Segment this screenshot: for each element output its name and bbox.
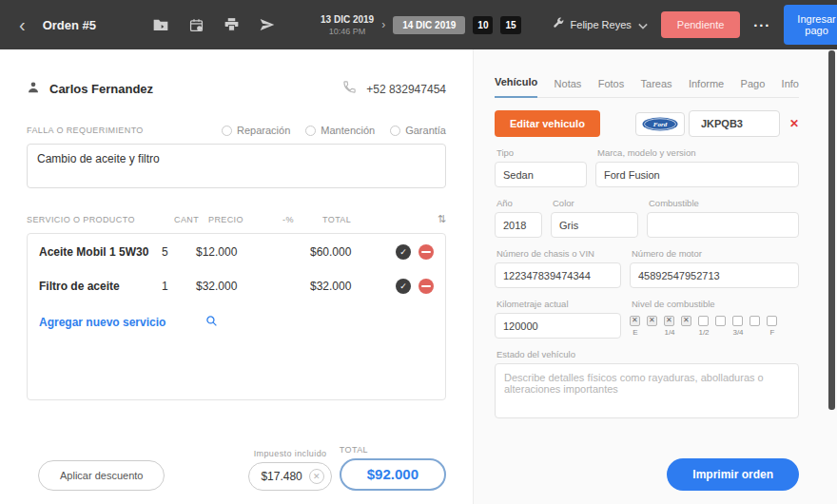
tab-pago[interactable]: Pago — [741, 78, 766, 98]
clear-tax-icon[interactable]: ✕ — [309, 469, 324, 484]
approve-icon[interactable]: ✓ — [396, 279, 411, 294]
vin-input[interactable] — [495, 262, 621, 288]
service-total: $32.000 — [310, 280, 384, 293]
tab-vehiculo[interactable]: Vehículo — [495, 76, 537, 98]
folder-icon[interactable] — [153, 18, 168, 31]
fuel-level-group: Nivel de combustible E 1/4 — [630, 288, 799, 339]
order-type-radios: Reparación Mantención Garantía — [222, 125, 446, 136]
fuel-checkbox[interactable] — [698, 316, 709, 326]
radio-reparacion[interactable]: Reparación — [222, 125, 290, 136]
tab-info[interactable]: Info — [782, 78, 799, 98]
fuel-level-label: Nivel de combustible — [632, 299, 799, 309]
color-input[interactable] — [551, 212, 638, 238]
edit-vehicle-button[interactable]: Editar vehiculo — [495, 110, 600, 137]
service-price[interactable]: $32.000 — [196, 280, 270, 293]
field-condition: Estado del vehículo — [495, 339, 799, 418]
assignee-selector[interactable]: Felipe Reyes — [552, 16, 648, 33]
tax-pill: $17.480 ✕ — [248, 462, 331, 491]
customer-name[interactable]: Carlos Fernandez — [49, 82, 153, 96]
calendar-icon[interactable] — [189, 18, 204, 32]
phone-number[interactable]: +52 832947454 — [366, 83, 446, 96]
brand-logo-box[interactable]: Ford — [635, 112, 685, 136]
minute-selector[interactable]: 15 — [500, 16, 520, 34]
fuel-level-checkboxes — [630, 316, 799, 326]
service-qty[interactable]: 1 — [162, 280, 196, 293]
mileage-label: Kilometraje actual — [496, 299, 621, 309]
customer-row: Carlos Fernandez +52 832947454 — [27, 80, 446, 98]
tab-notas[interactable]: Notas — [555, 78, 582, 98]
fuel-checkbox[interactable] — [664, 316, 674, 326]
radio-circle-icon — [390, 126, 400, 136]
date-range: 13 DIC 2019 10:46 PM › 14 DIC 2019 10 15 — [321, 14, 521, 36]
remove-icon[interactable] — [418, 279, 434, 294]
fuel-checkbox[interactable] — [715, 316, 726, 326]
approve-icon[interactable]: ✓ — [396, 244, 411, 260]
status-pendiente-button[interactable]: Pendiente — [661, 11, 741, 38]
main-area: Carlos Fernandez +52 832947454 FALLA O R… — [0, 49, 837, 504]
total-label: TOTAL — [340, 445, 446, 455]
vehicle-panel: Vehículo Notas Fotos Tareas Informe Pago… — [473, 49, 837, 504]
send-icon[interactable] — [260, 18, 275, 31]
year-label: Año — [496, 198, 542, 208]
start-date-label: 13 DIC 2019 — [321, 14, 374, 25]
fuel-checkbox[interactable] — [681, 316, 691, 326]
remove-vehicle-icon[interactable]: ✕ — [789, 117, 799, 130]
phone-icon — [342, 80, 357, 98]
fuel-type-input[interactable] — [647, 212, 799, 238]
vin-label: Número de chasis o VIN — [496, 248, 621, 259]
tax-value: $17.480 — [261, 470, 302, 483]
vehicle-actions: Editar vehiculo Ford JKPQB3 ✕ — [495, 110, 799, 137]
fuel-checkbox[interactable] — [767, 316, 777, 326]
service-row: Aceite Mobil 1 5W30 5 $12.000 $60.000 ✓ — [28, 234, 445, 268]
fuel-checkbox[interactable] — [647, 316, 657, 326]
engine-number-input[interactable] — [630, 262, 799, 288]
fault-description-input[interactable]: Cambio de aceite y filtro — [27, 144, 446, 188]
ingresar-pago-button[interactable]: Ingresar pago — [784, 5, 837, 45]
tax-block: Impuesto incluido $17.480 ✕ — [248, 449, 331, 491]
condition-input[interactable] — [495, 363, 799, 418]
svg-text:Ford: Ford — [653, 121, 668, 128]
panel-scrollbar[interactable] — [828, 50, 835, 410]
service-name[interactable]: Aceite Mobil 1 5W30 — [39, 245, 162, 259]
license-plate-field[interactable]: JKPQB3 — [689, 110, 780, 137]
service-row: Filtro de aceite 1 $32.000 $32.000 ✓ — [28, 268, 445, 302]
header-total: TOTAL — [322, 215, 397, 224]
fault-label: FALLA O REQUERIMIENTO — [27, 126, 144, 135]
radio-circle-icon — [305, 126, 316, 136]
model-label: Marca, modelo y version — [597, 147, 799, 158]
remove-icon[interactable] — [418, 244, 434, 260]
ford-logo: Ford — [642, 117, 678, 131]
type-input[interactable] — [495, 162, 587, 187]
hour-selector[interactable]: 10 — [473, 16, 493, 34]
fuel-checkbox[interactable] — [732, 316, 743, 326]
year-input[interactable] — [495, 212, 542, 238]
field-row-vin-engine: Número de chasis o VIN Número de motor — [495, 238, 799, 288]
fuel-checkbox[interactable] — [630, 316, 640, 326]
tab-tareas[interactable]: Tareas — [641, 78, 672, 98]
printer-icon[interactable] — [224, 18, 239, 31]
back-icon[interactable]: ‹ — [15, 15, 29, 34]
mileage-input[interactable] — [495, 313, 621, 339]
topbar-actions — [153, 18, 275, 32]
tab-informe[interactable]: Informe — [689, 78, 724, 98]
service-price[interactable]: $12.000 — [196, 245, 270, 259]
add-service-link[interactable]: Agregar nuevo servicio — [39, 316, 165, 329]
add-service-row: Agregar nuevo servicio — [28, 302, 445, 342]
total-block: TOTAL $92.000 — [340, 445, 446, 491]
customer-phone: +52 832947454 — [342, 80, 446, 98]
fuel-checkbox[interactable] — [749, 316, 760, 326]
more-options-icon[interactable]: ··· — [753, 17, 770, 33]
radio-garantia[interactable]: Garantía — [390, 125, 446, 136]
order-summary: Aplicar descuento Impuesto incluido $17.… — [27, 445, 446, 491]
tab-fotos[interactable]: Fotos — [598, 78, 625, 98]
radio-mantencion[interactable]: Mantención — [305, 125, 375, 136]
search-icon[interactable] — [205, 314, 218, 331]
apply-discount-button[interactable]: Aplicar descuento — [38, 460, 165, 491]
service-qty[interactable]: 5 — [162, 245, 196, 259]
print-order-button[interactable]: Imprimir orden — [667, 458, 799, 491]
date-start[interactable]: 13 DIC 2019 10:46 PM — [321, 14, 374, 36]
reorder-icon[interactable]: ⇅ — [397, 213, 446, 225]
date-end[interactable]: 14 DIC 2019 — [393, 16, 465, 34]
model-input[interactable] — [595, 162, 799, 187]
service-name[interactable]: Filtro de aceite — [39, 280, 162, 293]
